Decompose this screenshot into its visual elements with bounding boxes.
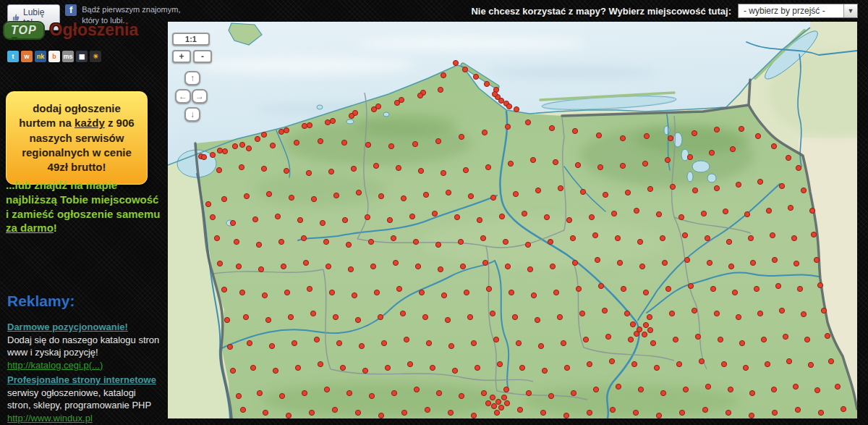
city-dot[interactable]	[318, 361, 323, 366]
city-dot[interactable]	[726, 239, 731, 244]
city-dot[interactable]	[330, 118, 335, 123]
city-dot[interactable]	[401, 195, 406, 201]
city-dot[interactable]	[621, 286, 626, 291]
city-dot[interactable]	[637, 239, 642, 244]
city-dot[interactable]	[348, 266, 353, 272]
city-dot[interactable]	[670, 184, 675, 189]
city-dot[interactable]	[486, 286, 491, 291]
city-dot[interactable]	[415, 264, 420, 269]
myspace-icon[interactable]: ms	[62, 51, 74, 62]
city-dot[interactable]	[503, 239, 508, 244]
city-dot[interactable]	[387, 217, 392, 222]
city-dot[interactable]	[224, 317, 229, 322]
city-dot[interactable]	[396, 165, 401, 170]
city-dot[interactable]	[239, 142, 244, 147]
city-dot[interactable]	[603, 192, 608, 197]
city-dot[interactable]	[710, 286, 715, 291]
city-dot[interactable]	[499, 214, 504, 219]
city-dot[interactable]	[385, 365, 390, 370]
city-dot[interactable]	[609, 358, 614, 363]
city-dot[interactable]	[620, 135, 625, 140]
city-dot[interactable]	[721, 361, 726, 366]
city-dot[interactable]	[498, 98, 503, 103]
city-dot[interactable]	[243, 314, 248, 319]
city-dot[interactable]	[508, 161, 513, 166]
city-dot[interactable]	[598, 283, 603, 288]
city-dot[interactable]	[749, 390, 754, 395]
city-dot[interactable]	[417, 93, 422, 98]
city-dot[interactable]	[519, 365, 524, 370]
city-dot[interactable]	[576, 286, 581, 291]
city-dot[interactable]	[485, 164, 490, 169]
city-dot[interactable]	[446, 190, 451, 195]
city-dot[interactable]	[527, 266, 532, 272]
city-dot[interactable]	[723, 209, 728, 214]
city-dot[interactable]	[492, 91, 497, 96]
city-dot[interactable]	[355, 410, 360, 415]
city-dot[interactable]	[610, 407, 615, 412]
city-dot[interactable]	[270, 143, 275, 148]
city-dot[interactable]	[801, 188, 806, 193]
city-dot[interactable]	[540, 410, 545, 415]
twitter-icon[interactable]: t	[7, 51, 19, 62]
city-dot[interactable]	[770, 232, 775, 237]
city-dot[interactable]	[707, 260, 712, 265]
city-dot[interactable]	[341, 140, 346, 145]
city-dot[interactable]	[579, 311, 584, 316]
city-dot[interactable]	[230, 220, 235, 225]
city-dot[interactable]	[514, 106, 519, 111]
city-dot[interactable]	[423, 192, 428, 197]
city-dot[interactable]	[288, 314, 293, 319]
city-dot[interactable]	[477, 217, 482, 222]
city-dot[interactable]	[307, 122, 312, 127]
city-dot[interactable]	[407, 361, 412, 366]
city-dot[interactable]	[602, 308, 607, 313]
city-dot[interactable]	[592, 232, 597, 237]
city-dot[interactable]	[333, 314, 338, 319]
city-dot[interactable]	[538, 343, 543, 348]
city-dot[interactable]	[467, 314, 472, 319]
city-dot[interactable]	[660, 235, 665, 240]
city-dot[interactable]	[714, 185, 719, 190]
city-dot[interactable]	[256, 242, 261, 247]
city-dot[interactable]	[351, 166, 356, 171]
city-dot[interactable]	[642, 332, 647, 337]
city-dot[interactable]	[393, 260, 398, 265]
city-dot[interactable]	[378, 193, 383, 198]
city-dot[interactable]	[638, 387, 643, 392]
city-dot[interactable]	[535, 317, 540, 322]
city-dot[interactable]	[422, 314, 427, 319]
bulk-ad-offer-link[interactable]: każdy	[75, 117, 105, 129]
city-dot[interactable]	[501, 395, 506, 400]
pan-up-button[interactable]: ↑	[184, 71, 200, 85]
zoom-out-button[interactable]: -	[193, 50, 212, 63]
city-dot[interactable]	[587, 361, 592, 366]
city-dot[interactable]	[246, 146, 251, 151]
city-dot[interactable]	[346, 390, 352, 395]
city-dot[interactable]	[624, 311, 629, 316]
map-canvas[interactable]	[168, 22, 857, 418]
city-dot[interactable]	[705, 384, 710, 389]
city-dot[interactable]	[654, 365, 659, 370]
city-dot[interactable]	[699, 358, 704, 363]
city-dot[interactable]	[482, 260, 488, 265]
city-dot[interactable]	[490, 395, 495, 400]
city-dot[interactable]	[326, 264, 331, 269]
city-dot[interactable]	[688, 283, 693, 288]
city-dot[interactable]	[378, 413, 383, 418]
city-dot[interactable]	[701, 211, 706, 216]
city-dot[interactable]	[531, 293, 536, 298]
city-dot[interactable]	[580, 189, 585, 194]
city-dot[interactable]	[221, 287, 226, 292]
city-dot[interactable]	[775, 283, 780, 288]
city-dot[interactable]	[365, 214, 370, 219]
ad-url-link[interactable]: http://katalog.cegi.p(...)	[7, 360, 103, 372]
city-dot[interactable]	[284, 168, 289, 173]
city-dot[interactable]	[232, 143, 237, 148]
city-dot[interactable]	[835, 384, 840, 389]
city-dot[interactable]	[286, 413, 291, 418]
city-dot[interactable]	[371, 106, 376, 111]
blip-icon[interactable]: b	[48, 51, 60, 62]
city-dot[interactable]	[771, 387, 776, 392]
city-dot[interactable]	[480, 235, 485, 240]
